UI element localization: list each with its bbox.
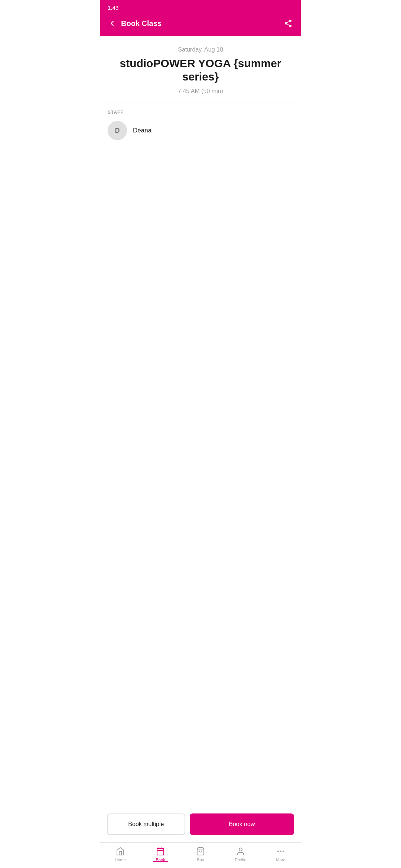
nav-item-book[interactable]: Book xyxy=(140,846,180,862)
profile-icon xyxy=(236,846,245,856)
bottom-buttons: Book multiple Book now xyxy=(100,808,301,840)
status-bar: 1:43 xyxy=(100,0,301,14)
svg-point-0 xyxy=(289,20,291,22)
main-content: Saturday, Aug 10 studioPOWER YOGA {summe… xyxy=(100,36,301,868)
nav-item-more[interactable]: More xyxy=(261,846,301,862)
class-time: 7:45 AM (50 min) xyxy=(108,88,293,95)
svg-point-2 xyxy=(289,25,291,27)
staff-initial: D xyxy=(115,127,120,135)
home-icon xyxy=(115,846,125,856)
bottom-nav: Home Book Buy xyxy=(100,842,301,868)
nav-item-profile[interactable]: Profile xyxy=(221,846,261,862)
more-icon xyxy=(276,846,286,856)
svg-point-11 xyxy=(277,851,279,852)
svg-line-3 xyxy=(287,24,290,26)
staff-label: STAFF xyxy=(108,110,293,115)
nav-label-home: Home xyxy=(115,858,125,862)
status-time: 1:43 xyxy=(108,4,118,11)
nav-label-profile: Profile xyxy=(235,858,246,862)
svg-rect-5 xyxy=(157,848,164,855)
svg-point-1 xyxy=(285,22,287,24)
svg-point-12 xyxy=(280,851,281,852)
header-left: Book Class xyxy=(107,18,162,29)
nav-label-more: More xyxy=(276,858,285,862)
nav-item-buy[interactable]: Buy xyxy=(180,846,221,862)
svg-point-10 xyxy=(239,848,242,851)
share-button[interactable] xyxy=(282,17,294,29)
back-button[interactable] xyxy=(107,18,117,29)
header: Book Class xyxy=(100,14,301,36)
class-date: Saturday, Aug 10 xyxy=(108,46,293,53)
book-now-button[interactable]: Book now xyxy=(190,813,294,835)
page-title: Book Class xyxy=(121,19,162,28)
nav-active-indicator xyxy=(153,861,168,862)
staff-avatar: D xyxy=(108,121,127,140)
buy-icon xyxy=(196,846,205,856)
class-name: studioPOWER YOGA {summer series} xyxy=(108,57,293,83)
nav-label-buy: Buy xyxy=(197,858,204,862)
staff-section: STAFF D Deana xyxy=(100,102,301,148)
staff-name: Deana xyxy=(133,127,151,134)
staff-item: D Deana xyxy=(108,121,293,140)
book-multiple-button[interactable]: Book multiple xyxy=(107,813,185,835)
nav-item-home[interactable]: Home xyxy=(100,846,140,862)
class-info-section: Saturday, Aug 10 studioPOWER YOGA {summe… xyxy=(100,36,301,102)
book-icon xyxy=(156,846,165,856)
svg-line-4 xyxy=(287,22,290,23)
svg-point-13 xyxy=(283,851,284,852)
